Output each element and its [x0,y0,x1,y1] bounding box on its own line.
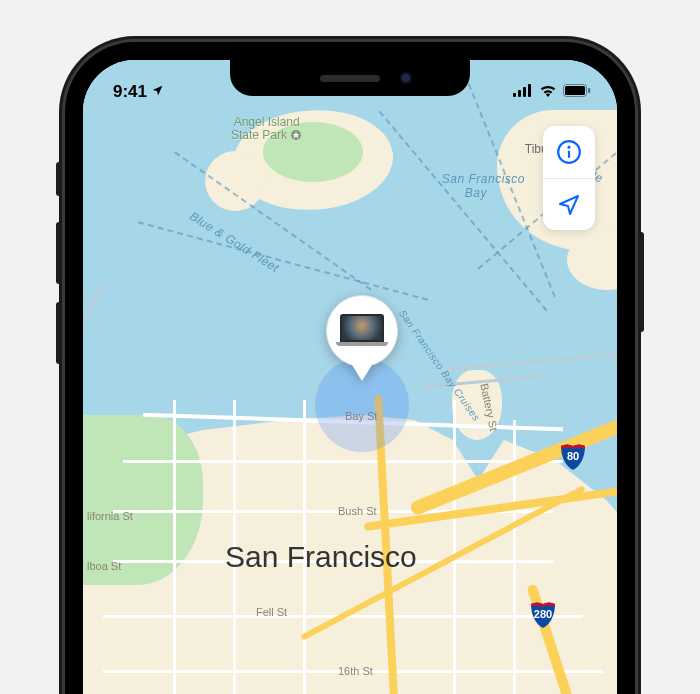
shield-i80: 80 [559,442,587,470]
phone-frame: 9:41 [65,42,635,694]
speaker [320,75,380,82]
cellular-signal-icon [513,82,533,102]
shield-i280: 280 [529,600,557,628]
volume-up-button [56,222,62,284]
map-controls [543,126,595,230]
screen: 9:41 [83,60,617,694]
info-icon [556,139,582,165]
svg-point-9 [567,146,570,149]
wifi-icon [539,82,557,102]
volume-down-button [56,302,62,364]
power-button [638,232,644,332]
label-bush-st: Bush St [338,505,377,517]
svg-rect-3 [528,84,531,97]
location-arrow-icon [151,82,164,102]
front-camera [400,72,412,84]
label-california-st: lifornia St [87,510,133,522]
map-view[interactable]: Angel IslandState Park Tiburon Blue & Go… [83,60,617,694]
map-locate-button[interactable] [543,178,595,230]
macbook-icon [336,314,388,348]
notch [230,60,470,96]
label-16th-st: 16th St [338,665,373,677]
label-fell-st: Fell St [256,606,287,618]
svg-rect-1 [518,90,521,97]
svg-rect-2 [523,87,526,97]
map-info-button[interactable] [543,126,595,178]
svg-rect-10 [568,150,570,158]
mute-switch [56,162,62,196]
label-balboa-st: lboa St [87,560,121,572]
device-location-pin[interactable] [326,295,398,381]
svg-rect-0 [513,93,516,97]
label-sf-bay: San Francisco Bay [442,172,525,200]
svg-rect-5 [565,86,585,95]
battery-full-icon [563,82,591,102]
svg-rect-6 [588,88,590,93]
label-san-francisco: San Francisco [225,540,417,574]
navigation-arrow-icon [557,193,581,217]
status-time: 9:41 [113,82,147,102]
label-angel-island: Angel IslandState Park [231,116,302,142]
